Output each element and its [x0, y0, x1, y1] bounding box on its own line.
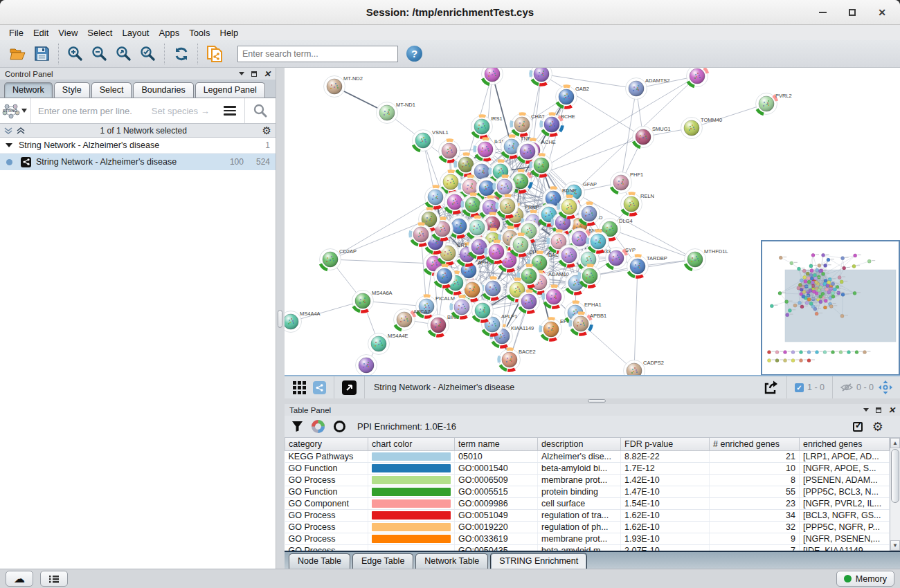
gear-icon[interactable]: ⚙ [872, 422, 883, 432]
column-header[interactable]: # enriched genes [710, 438, 800, 450]
scroll-down-icon[interactable]: ▼ [890, 540, 900, 551]
network-node[interactable]: APBB1 [570, 313, 606, 335]
network-node[interactable] [356, 355, 377, 376]
network-view[interactable]: MT-ND2MT-ND1VSNL1CD2APMS4A6AMS4A4AMS4A4E… [285, 68, 900, 375]
tab-network-table[interactable]: Network Table [415, 553, 488, 570]
table-row[interactable]: GO FunctionGO:0005515protein binding1.47… [285, 486, 890, 497]
network-node[interactable]: BCHE [541, 113, 575, 136]
collapse-all-icon[interactable] [4, 127, 12, 135]
network-node[interactable] [472, 300, 494, 322]
network-node[interactable] [434, 265, 456, 286]
expand-all-icon[interactable] [17, 127, 25, 135]
export-network-icon[interactable] [764, 380, 779, 395]
menu-item-view[interactable]: View [53, 28, 82, 38]
network-node[interactable]: ABCA7 [394, 309, 431, 331]
query-options-icon[interactable] [224, 106, 236, 116]
table-scrollbar[interactable]: ▲ ▼ [890, 438, 900, 551]
open-session-button[interactable] [6, 42, 30, 65]
network-node[interactable] [510, 234, 532, 255]
network-node[interactable] [558, 196, 579, 217]
filter-icon[interactable] [291, 421, 303, 432]
panel-float-icon[interactable] [876, 407, 881, 413]
splitter-handle[interactable] [588, 399, 606, 403]
string-datasource-selector[interactable]: STRING [0, 98, 31, 123]
network-node[interactable] [559, 245, 580, 266]
network-node[interactable]: BIN1 [428, 314, 459, 336]
network-node[interactable] [530, 68, 552, 85]
network-node[interactable] [687, 68, 708, 87]
column-header[interactable]: category [285, 438, 368, 450]
save-session-button[interactable] [30, 42, 54, 65]
share-network-icon[interactable] [313, 381, 326, 394]
network-node[interactable] [530, 154, 552, 176]
panel-menu-icon[interactable] [239, 72, 244, 75]
network-node[interactable]: MT-ND2 [324, 75, 363, 98]
network-node[interactable] [482, 277, 503, 299]
network-node[interactable] [410, 223, 431, 245]
table-row[interactable]: GO ProcessGO:0033619membrane prot...1.93… [285, 533, 890, 544]
navigator-icon[interactable] [878, 380, 893, 395]
menu-item-edit[interactable]: Edit [28, 28, 53, 38]
tab-legend-panel[interactable]: Legend Panel [195, 82, 265, 98]
help-icon[interactable]: ? [406, 46, 422, 62]
splitter-handle[interactable] [278, 310, 282, 328]
table-row[interactable]: GO ComponentGO:0009986cell surface1.54E-… [285, 497, 890, 509]
panel-close-icon[interactable]: ✕ [264, 71, 271, 77]
table-header-row[interactable]: categorychart colorterm namedescriptionF… [285, 438, 890, 450]
column-header[interactable]: description [538, 438, 621, 450]
network-node[interactable] [519, 291, 540, 312]
column-header[interactable]: chart color [368, 438, 455, 450]
zoom-out-button[interactable] [87, 42, 111, 65]
species-hint[interactable]: Set species → [152, 106, 210, 116]
network-node[interactable] [579, 265, 600, 286]
menu-item-select[interactable]: Select [82, 28, 117, 38]
string-query-placeholder[interactable]: Enter one term per line. [31, 106, 132, 116]
panel-close-icon[interactable]: ✕ [888, 407, 895, 413]
open-in-new-icon[interactable] [342, 380, 357, 395]
tab-network[interactable]: Network [4, 82, 53, 98]
network-node[interactable]: MS4A4A [285, 311, 321, 333]
network-row-selected[interactable]: String Network - Alzheimer's disease 100… [0, 154, 276, 170]
task-history-button[interactable] [40, 571, 68, 587]
network-node[interactable]: RELN [621, 193, 655, 215]
network-node[interactable]: TOMM40 [681, 117, 723, 139]
menu-item-layout[interactable]: Layout [117, 28, 154, 38]
network-node[interactable]: BACE2 [498, 349, 535, 371]
network-node[interactable]: SMUG1 [633, 126, 671, 148]
network-node[interactable]: CD2AP [320, 248, 357, 270]
network-node[interactable] [543, 286, 564, 307]
search-input[interactable] [237, 46, 398, 62]
tree-expand-icon[interactable] [6, 143, 12, 147]
network-node[interactable]: IRS1 [471, 116, 503, 138]
zoom-selected-button[interactable] [136, 42, 160, 65]
minimize-button[interactable] [819, 12, 827, 13]
table-row[interactable]: KEGG Pathways05010Alzheimer's dise...8.8… [285, 450, 890, 462]
network-node[interactable]: MT-ND1 [377, 102, 415, 124]
menu-item-tools[interactable]: Tools [184, 28, 215, 38]
cloud-tasks-button[interactable]: ☁ [6, 571, 33, 587]
tab-string-enrichment[interactable]: STRING Enrichment [490, 553, 587, 570]
column-header[interactable]: term name [455, 438, 538, 450]
panel-float-icon[interactable] [251, 71, 257, 77]
tab-style[interactable]: Style [54, 82, 90, 98]
table-row[interactable]: GO ProcessGO:0006509membrane prot...1.42… [285, 474, 890, 486]
network-node[interactable] [451, 296, 472, 318]
network-node[interactable]: PVRL2 [756, 93, 792, 115]
scrollbar-thumb[interactable] [891, 449, 899, 503]
scroll-up-icon[interactable]: ▲ [890, 438, 900, 448]
network-node[interactable] [425, 186, 447, 208]
string-search-icon[interactable] [253, 104, 267, 118]
table-row[interactable]: GO ProcessGO:0019220regulation of ph...1… [285, 521, 890, 533]
column-header[interactable]: enriched genes [800, 438, 890, 450]
network-node[interactable] [439, 140, 460, 161]
network-node[interactable] [482, 68, 503, 85]
panel-menu-icon[interactable] [863, 408, 869, 412]
network-node[interactable]: GAB2 [556, 86, 590, 108]
network-node[interactable]: MTHFD1L [685, 248, 728, 270]
gear-icon[interactable]: ⚙ [262, 126, 271, 136]
horizontal-splitter[interactable] [285, 398, 900, 404]
table-row[interactable]: GO FunctionGO:0001540beta-amyloid bi...1… [285, 462, 890, 474]
tab-edge-table[interactable]: Edge Table [352, 553, 413, 570]
memory-button[interactable]: Memory [836, 571, 894, 587]
maximize-button[interactable] [849, 9, 856, 16]
